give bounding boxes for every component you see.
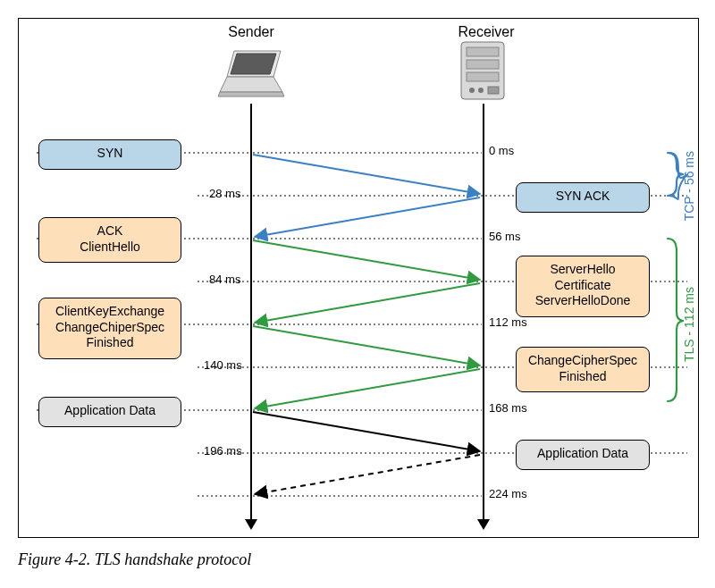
box-client-keyexch: ClientKeyExchangeChangeChiperSpecFinishe… [38,298,181,359]
figure-caption: Figure 4-2. TLS handshake protocol [18,550,697,569]
box-changecipher: ChangeCipherSpecFinished [516,347,650,392]
time-196: 196 ms [204,444,242,458]
box-synack: SYN ACK [516,182,650,213]
time-0: 0 ms [489,144,514,157]
arrow-changecipher [255,369,480,408]
arrow-clientkeyx [253,326,480,365]
box-ack-hello-text: ACKClientHello [80,223,140,254]
time-112: 112 ms [489,315,527,329]
box-appdata-server-text: Application Data [537,446,628,460]
diagram-frame: Sender Receiver [18,18,699,538]
arrow-appdata-req [253,412,480,451]
time-84: 84 ms [209,273,240,286]
box-appdata-client-text: Application Data [64,403,156,417]
time-140: 140 ms [204,358,242,372]
arrow-clienthello [253,240,480,280]
time-168: 168 ms [489,401,527,415]
box-appdata-client: Application Data [38,397,181,427]
time-28: 28 ms [209,187,240,200]
box-serverhello: ServerHelloCertificateServerHelloDone [516,256,650,317]
brace-label-tcp: TCP - 56 ms [682,151,696,221]
time-56: 56 ms [489,230,520,243]
time-224: 224 ms [489,487,527,500]
box-synack-text: SYN ACK [556,189,610,203]
arrow-syn [253,155,480,194]
box-syn-text: SYN [97,146,123,160]
box-ack-clienthello: ACKClientHello [38,217,181,263]
box-client-keyx-text: ClientKeyExchangeChangeChiperSpecFinishe… [55,304,164,349]
box-serverhello-text: ServerHelloCertificateServerHelloDone [535,262,631,307]
box-syn: SYN [38,139,181,170]
box-appdata-server: Application Data [516,440,650,470]
arrow-appdata-resp [255,455,480,494]
brace-label-tls: TLS - 112 ms [682,287,696,362]
box-changecipher-text: ChangeCipherSpecFinished [528,353,637,383]
arrow-synack [255,197,480,237]
arrow-serverhello [255,283,480,323]
